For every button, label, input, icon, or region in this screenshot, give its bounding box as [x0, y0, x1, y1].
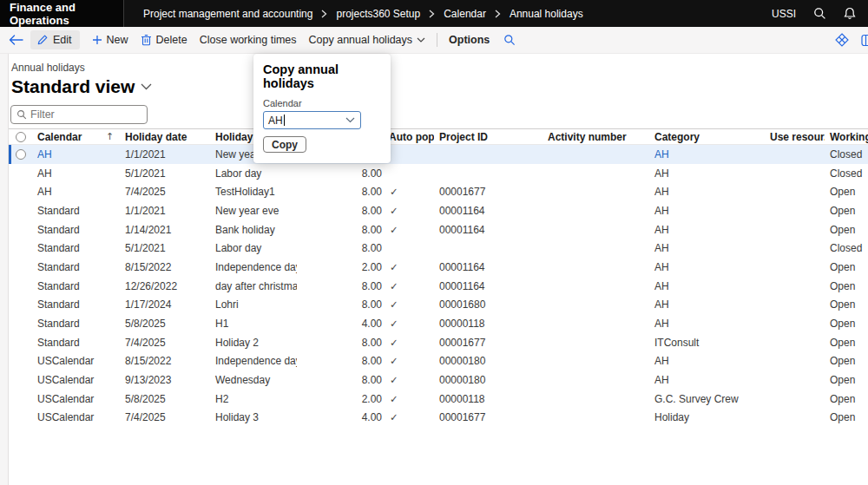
- table-row[interactable]: Standard 1/17/2024 Lohri 8.00 ✓ 00001680…: [9, 296, 868, 315]
- cell-holiday-date: 7/4/2025: [120, 186, 210, 198]
- cell-calendar[interactable]: USCalendar: [32, 411, 106, 423]
- grid-filter[interactable]: [10, 105, 148, 124]
- column-header-project-id[interactable]: Project ID: [434, 131, 542, 143]
- cell-category[interactable]: AH: [649, 374, 765, 386]
- close-working-times-button[interactable]: Close working times: [200, 34, 297, 46]
- cell-category[interactable]: AH: [649, 205, 765, 217]
- cell-category[interactable]: AH: [649, 261, 765, 273]
- cell-calendar[interactable]: Standard: [32, 261, 106, 273]
- view-selector[interactable]: Standard view: [11, 76, 152, 97]
- table-row[interactable]: USCalendar 7/4/2025 Holiday 3 4.00 ✓ 000…: [9, 409, 868, 428]
- select-all-radio[interactable]: [16, 132, 26, 142]
- chevron-down-icon[interactable]: [345, 117, 355, 123]
- cell-holiday-description: Lohri: [210, 298, 297, 311]
- cell-category[interactable]: AH: [649, 148, 765, 161]
- cell-working: Open: [825, 186, 868, 198]
- table-row[interactable]: Standard 8/15/2022 Independence day 2.00…: [9, 258, 868, 277]
- cell-holiday-description: Independence day: [210, 355, 297, 367]
- column-header-holiday-date[interactable]: Holiday date: [120, 131, 210, 143]
- cell-category[interactable]: AH: [649, 355, 765, 367]
- delete-button[interactable]: Delete: [141, 34, 187, 46]
- search-icon[interactable]: [813, 7, 826, 20]
- cell-calendar[interactable]: Standard: [32, 224, 106, 236]
- breadcrumb-item[interactable]: Annual holidays: [510, 8, 583, 20]
- cell-calendar[interactable]: AH: [32, 167, 106, 180]
- cell-category[interactable]: ITConsult: [649, 337, 765, 349]
- table-row[interactable]: Standard 1/1/2021 New year eve 8.00 ✓ 00…: [9, 201, 868, 220]
- holidays-grid: Calendar ↑ Holiday date Holiday d Auto p…: [9, 128, 868, 427]
- cell-calendar[interactable]: AH: [32, 148, 106, 161]
- edit-button[interactable]: Edit: [30, 30, 80, 49]
- column-header-auto-populate[interactable]: Auto popu...: [384, 131, 434, 143]
- filter-input[interactable]: [30, 108, 141, 121]
- breadcrumb-item[interactable]: Calendar: [444, 8, 486, 20]
- column-header-use-resource[interactable]: Use resour...: [765, 131, 825, 143]
- cell-calendar[interactable]: USCalendar: [32, 374, 106, 386]
- cell-category[interactable]: AH: [649, 242, 765, 254]
- breadcrumb-item[interactable]: Project management and accounting: [143, 8, 312, 20]
- table-row[interactable]: AH 7/4/2025 TestHoliday1 8.00 ✓ 00001677…: [9, 182, 868, 201]
- cell-category[interactable]: AH: [649, 186, 765, 198]
- cell-hours: 8.00: [297, 186, 384, 198]
- cell-category[interactable]: AH: [649, 280, 765, 292]
- table-row[interactable]: USCalendar 9/13/2023 Wednesday 8.00 ✓ 00…: [9, 370, 868, 390]
- cell-calendar[interactable]: Standard: [32, 318, 106, 330]
- cell-calendar[interactable]: Standard: [32, 337, 106, 349]
- column-header-working[interactable]: Working: [825, 131, 868, 143]
- copy-button[interactable]: Copy: [263, 136, 306, 153]
- table-row[interactable]: AH 1/1/2021 New year 8.00 AH Closed: [9, 145, 868, 164]
- divider: [437, 33, 437, 47]
- cell-calendar[interactable]: Standard: [32, 242, 106, 254]
- copy-annual-holidays-menu[interactable]: Copy annual holidays: [309, 34, 426, 46]
- column-header-calendar[interactable]: Calendar: [32, 131, 106, 143]
- trash-icon: [141, 34, 152, 46]
- column-header-category[interactable]: Category: [649, 131, 765, 143]
- app-title[interactable]: Finance and Operations: [0, 0, 124, 27]
- view-switch-diamond-icon[interactable]: [835, 33, 849, 47]
- notifications-bell-icon[interactable]: [844, 7, 856, 20]
- cell-project-id: 00001164: [434, 205, 542, 217]
- new-button[interactable]: New: [92, 34, 128, 46]
- action-bar: Edit New Delete Close working times Copy…: [0, 27, 868, 54]
- table-row[interactable]: AH 5/1/2021 Labor day 8.00 AH Closed: [9, 164, 868, 183]
- cell-hours: 8.00: [297, 355, 384, 367]
- sort-ascending-icon: ↑: [106, 131, 120, 142]
- cell-hours: 8.00: [297, 298, 384, 311]
- cell-category[interactable]: AH: [649, 318, 765, 330]
- cell-calendar[interactable]: USCalendar: [32, 393, 106, 405]
- cell-category[interactable]: Holiday: [649, 411, 765, 423]
- cell-calendar[interactable]: Standard: [32, 280, 106, 292]
- cell-hours: 8.00: [297, 205, 384, 217]
- back-button[interactable]: [9, 35, 23, 45]
- table-row[interactable]: USCalendar 5/8/2025 H2 2.00 ✓ 00000118 G…: [9, 390, 868, 409]
- cell-calendar[interactable]: AH: [32, 186, 106, 198]
- cell-project-id: 00001677: [434, 337, 542, 349]
- auto-populate-checkmark: ✓: [384, 318, 434, 330]
- table-row[interactable]: Standard 5/8/2025 H1 4.00 ✓ 00000118 AH …: [9, 314, 868, 333]
- cell-category[interactable]: G.C. Survey Crew: [649, 393, 765, 405]
- action-search-icon[interactable]: [503, 34, 516, 46]
- cell-calendar[interactable]: Standard: [32, 298, 106, 311]
- breadcrumb-item[interactable]: projects360 Setup: [336, 8, 420, 20]
- cell-category[interactable]: AH: [649, 167, 765, 180]
- grid-header-row: Calendar ↑ Holiday date Holiday d Auto p…: [9, 128, 868, 145]
- cell-holiday-date: 5/1/2021: [120, 167, 210, 180]
- cell-hours: 4.00: [297, 411, 384, 423]
- cell-calendar[interactable]: USCalendar: [32, 355, 106, 367]
- table-row[interactable]: Standard 1/14/2021 Bank holiday 8.00 ✓ 0…: [9, 220, 868, 239]
- side-panel-icon[interactable]: [861, 34, 868, 47]
- table-row[interactable]: Standard 7/4/2025 Holiday 2 8.00 ✓ 00001…: [9, 333, 868, 352]
- table-row[interactable]: Standard 12/26/2022 day after christmas …: [9, 277, 868, 296]
- calendar-combobox[interactable]: AH: [263, 111, 361, 129]
- options-menu[interactable]: Options: [449, 34, 490, 46]
- row-radio[interactable]: [16, 149, 26, 160]
- table-row[interactable]: Standard 5/1/2021 Labor day 8.00 AH Clos…: [9, 239, 868, 258]
- cell-category[interactable]: AH: [649, 224, 765, 236]
- cell-calendar[interactable]: Standard: [32, 205, 106, 217]
- cell-category[interactable]: AH: [649, 298, 765, 311]
- table-row[interactable]: USCalendar 8/15/2022 Independence day 8.…: [9, 352, 868, 371]
- company-selector[interactable]: USSI: [772, 8, 796, 20]
- cell-working: Closed: [825, 167, 868, 180]
- column-header-activity-number[interactable]: Activity number: [542, 131, 649, 143]
- page-content: Annual holidays Standard view Calendar ↑…: [0, 54, 868, 485]
